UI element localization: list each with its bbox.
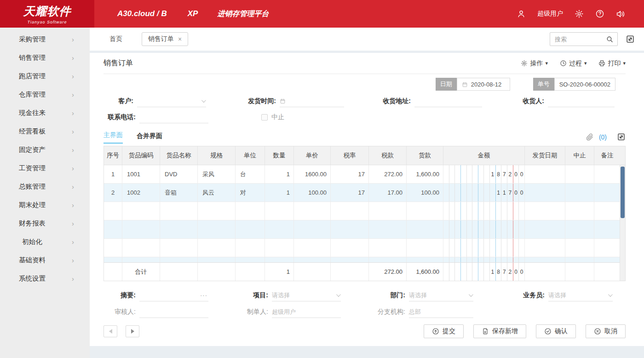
- department-select[interactable]: 请选择: [409, 289, 473, 301]
- ship-time-input[interactable]: [288, 98, 344, 104]
- table-cell[interactable]: [525, 184, 565, 202]
- user-icon[interactable]: [517, 9, 526, 18]
- sidebar-item-store[interactable]: 跑店管理›: [0, 67, 90, 85]
- amount-digit-cell: [478, 263, 484, 281]
- product-name: A30.cloud / B: [117, 9, 167, 18]
- consignee-field[interactable]: [548, 95, 615, 107]
- reviewer-input[interactable]: [139, 308, 208, 315]
- sidebar-item-purchase[interactable]: 采购管理›: [0, 30, 90, 48]
- table-cell[interactable]: 1002: [122, 184, 160, 202]
- salesman-select[interactable]: 请选择: [548, 289, 613, 301]
- close-icon[interactable]: ×: [178, 35, 182, 43]
- table-cell[interactable]: [594, 184, 620, 202]
- ship-time-picker[interactable]: [280, 95, 344, 107]
- table-cell[interactable]: [565, 184, 594, 202]
- table-cell: [236, 263, 265, 281]
- date-picker[interactable]: 2020-08-12: [457, 78, 510, 91]
- table-cell[interactable]: 1: [265, 184, 294, 202]
- table-scrollbar-thumb[interactable]: [621, 167, 625, 218]
- table-cell[interactable]: [525, 165, 565, 183]
- table-cell[interactable]: 1,600.00: [407, 165, 443, 183]
- print-dropdown-button[interactable]: 打印 ▾: [598, 59, 626, 68]
- chevron-down-icon: [336, 292, 341, 297]
- cancel-button[interactable]: 取消: [586, 324, 626, 338]
- prev-record-button[interactable]: [104, 325, 117, 337]
- table-cell[interactable]: 风云: [198, 184, 236, 202]
- amount-digit-cell: [472, 165, 478, 183]
- more-options-icon[interactable]: ···: [200, 292, 207, 299]
- tab-home[interactable]: 首页: [109, 35, 122, 43]
- summary-field[interactable]: ···: [139, 289, 208, 301]
- table-cell[interactable]: 采风: [198, 165, 236, 183]
- amount-digit-cell: [449, 165, 455, 183]
- sidebar-item-fixed-assets[interactable]: 固定资产›: [0, 140, 90, 159]
- tab-sales-order[interactable]: 销售订单 ×: [142, 32, 188, 46]
- sidebar-item-base-data[interactable]: 基础资料›: [0, 251, 90, 269]
- table-cell[interactable]: 1001: [122, 165, 160, 183]
- speaker-icon[interactable]: [616, 9, 626, 19]
- table-scrollbar-track[interactable]: [620, 165, 625, 281]
- amount-digit-cell: 1: [490, 165, 496, 183]
- table-cell[interactable]: 1600.00: [294, 165, 331, 183]
- table-cell[interactable]: 音箱: [160, 184, 198, 202]
- table-cell[interactable]: DVD: [160, 165, 198, 183]
- consignee-input[interactable]: [548, 98, 615, 104]
- table-cell[interactable]: 2: [104, 184, 122, 202]
- customer-input[interactable]: [137, 98, 201, 104]
- table-cell: [198, 239, 236, 257]
- table-cell[interactable]: 1: [265, 165, 294, 183]
- tab-merged-view[interactable]: 合并界面: [137, 132, 162, 144]
- address-field[interactable]: [414, 95, 482, 107]
- table-cell[interactable]: 台: [236, 165, 265, 183]
- sidebar-item-system-settings[interactable]: 系统设置›: [0, 269, 90, 288]
- sidebar-item-warehouse[interactable]: 仓库管理›: [0, 85, 90, 104]
- clock-icon: [560, 60, 567, 67]
- confirm-button[interactable]: 确认: [536, 324, 576, 338]
- sidebar-item-sales[interactable]: 销售管理›: [0, 48, 90, 67]
- paperclip-icon[interactable]: [586, 133, 593, 141]
- settings-gear-icon[interactable]: [575, 9, 584, 18]
- table-cell[interactable]: 272.00: [369, 165, 407, 183]
- chevron-right-icon: ›: [72, 72, 74, 80]
- sidebar-item-dashboard[interactable]: 经营看板›: [0, 122, 90, 140]
- search-input[interactable]: [555, 36, 606, 43]
- sidebar-item-initialization[interactable]: 初始化›: [0, 232, 90, 251]
- sidebar-item-salary[interactable]: 工资管理›: [0, 159, 90, 177]
- table-cell[interactable]: 1: [104, 165, 122, 183]
- grid-expand-icon[interactable]: [617, 133, 626, 141]
- sidebar-item-finance-report[interactable]: 财务报表›: [0, 214, 90, 232]
- sidebar-item-cash[interactable]: 现金往来›: [0, 104, 90, 122]
- attachment-count[interactable]: (0): [599, 133, 607, 141]
- top-right-actions: 超级用户: [517, 9, 626, 19]
- abort-checkbox[interactable]: [261, 114, 268, 121]
- next-record-button[interactable]: [126, 325, 139, 337]
- table-cell[interactable]: 对: [236, 184, 265, 202]
- branch-field: 总部: [409, 306, 473, 318]
- save-new-button[interactable]: 保存新增: [473, 324, 526, 338]
- current-user-name[interactable]: 超级用户: [537, 10, 563, 18]
- submit-button[interactable]: 提交: [424, 324, 464, 338]
- attachment-zone: (0): [586, 133, 626, 144]
- help-icon[interactable]: [595, 9, 604, 18]
- table-cell[interactable]: 17: [331, 184, 369, 202]
- process-dropdown-button[interactable]: 过程 ▾: [560, 59, 587, 68]
- table-cell[interactable]: 17.00: [369, 184, 407, 202]
- table-cell[interactable]: [594, 165, 620, 183]
- phone-field[interactable]: [139, 111, 208, 123]
- reviewer-field[interactable]: [139, 306, 208, 318]
- table-cell[interactable]: 100.00: [294, 184, 331, 202]
- customer-select[interactable]: [137, 95, 206, 107]
- table-cell[interactable]: 100.00: [407, 184, 443, 202]
- summary-input[interactable]: [139, 292, 200, 299]
- operate-dropdown-button[interactable]: 操作 ▾: [521, 59, 548, 68]
- phone-input[interactable]: [139, 114, 208, 121]
- search-icon[interactable]: [606, 35, 614, 43]
- fullscreen-expand-icon[interactable]: [626, 35, 635, 44]
- address-input[interactable]: [414, 98, 482, 104]
- table-cell[interactable]: [565, 165, 594, 183]
- sidebar-item-period-end[interactable]: 期末处理›: [0, 196, 90, 214]
- sidebar-item-ledger[interactable]: 总账管理›: [0, 177, 90, 196]
- tab-main-view[interactable]: 主界面: [104, 131, 123, 144]
- table-cell[interactable]: 17: [331, 165, 369, 183]
- project-select[interactable]: 请选择: [272, 289, 341, 301]
